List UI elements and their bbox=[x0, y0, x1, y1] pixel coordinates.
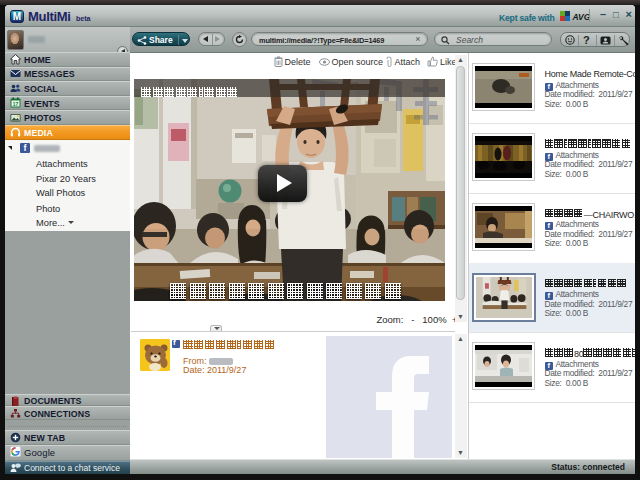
svg-text:17: 17 bbox=[12, 101, 18, 107]
